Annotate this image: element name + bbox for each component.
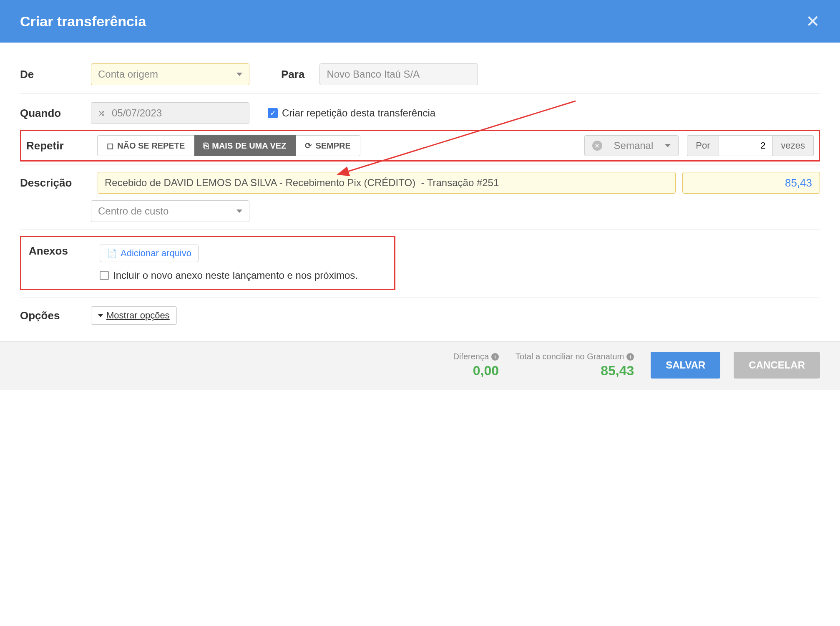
copy-icon: ⎘ bbox=[204, 141, 209, 151]
show-options-button[interactable]: Mostrar opções bbox=[91, 306, 177, 325]
date-value: 05/07/2023 bbox=[112, 107, 242, 119]
label-repetir: Repetir bbox=[26, 139, 97, 152]
vezes-suffix: vezes bbox=[773, 135, 814, 156]
chevron-down-icon bbox=[665, 144, 671, 147]
repeat-none-button[interactable]: ◻ NÃO SE REPETE bbox=[97, 135, 194, 156]
modal-title: Criar transferência bbox=[20, 13, 146, 30]
row-when: Quando ⤨ 05/07/2023 ✓ Criar repetição de… bbox=[20, 94, 820, 127]
label-opcoes: Opções bbox=[20, 309, 91, 322]
repeat-checkbox-wrap[interactable]: ✓ Criar repetição desta transferência bbox=[268, 107, 435, 119]
description-input[interactable] bbox=[105, 177, 669, 189]
row-repeat: Repetir ◻ NÃO SE REPETE ⎘ MAIS DE UMA VE… bbox=[26, 135, 814, 156]
label-de: De bbox=[20, 68, 91, 81]
cost-center-select[interactable]: Centro de custo bbox=[91, 200, 249, 222]
cancel-button[interactable]: CANCELAR bbox=[734, 352, 820, 379]
close-icon[interactable]: ✕ bbox=[806, 12, 820, 31]
label-descricao: Descrição bbox=[20, 177, 91, 189]
description-input-wrap[interactable] bbox=[98, 172, 676, 194]
times-input-group: Por vezes bbox=[687, 135, 814, 156]
label-anexos: Anexos bbox=[29, 245, 100, 257]
chevron-down-icon bbox=[98, 314, 103, 317]
amount-input[interactable] bbox=[682, 172, 820, 194]
attachments-highlight-box: Anexos 📄 Adicionar arquivo Incluir o nov… bbox=[20, 236, 395, 290]
checkbox-checked-icon: ✓ bbox=[268, 108, 278, 118]
total-value: 85,43 bbox=[516, 363, 634, 379]
repeat-always-button[interactable]: ⟳ SEMPRE bbox=[296, 135, 360, 156]
source-account-select[interactable]: Conta origem bbox=[91, 63, 249, 85]
create-transfer-modal: Criar transferência ✕ De Conta origem Pa… bbox=[0, 0, 840, 390]
shuffle-icon: ⤨ bbox=[98, 108, 105, 118]
file-icon: 📄 bbox=[107, 248, 117, 258]
row-options: Opções Mostrar opções bbox=[20, 298, 820, 333]
add-file-button[interactable]: 📄 Adicionar arquivo bbox=[100, 245, 199, 262]
difference-value: 0,00 bbox=[453, 363, 499, 379]
frequency-value: Semanal bbox=[614, 140, 654, 151]
modal-header: Criar transferência ✕ bbox=[0, 0, 840, 43]
label-quando: Quando bbox=[20, 107, 91, 120]
difference-stat: Diferença i 0,00 bbox=[453, 352, 499, 379]
times-input[interactable] bbox=[719, 135, 773, 156]
repeat-multi-button[interactable]: ⎘ MAIS DE UMA VEZ bbox=[194, 135, 296, 156]
date-input[interactable]: ⤨ 05/07/2023 bbox=[91, 102, 249, 124]
chevron-down-icon bbox=[236, 73, 242, 76]
repeat-segmented-control: ◻ NÃO SE REPETE ⎘ MAIS DE UMA VEZ ⟳ SEMP… bbox=[97, 135, 360, 156]
repeat-highlight-box: Repetir ◻ NÃO SE REPETE ⎘ MAIS DE UMA VE… bbox=[20, 130, 820, 162]
checkbox-unchecked-icon bbox=[100, 271, 109, 280]
info-icon[interactable]: i bbox=[626, 353, 634, 361]
modal-body: De Conta origem Para Novo Banco Itaú S/A… bbox=[0, 43, 840, 341]
modal-footer: Diferença i 0,00 Total a conciliar no Gr… bbox=[0, 341, 840, 390]
frequency-select[interactable]: ✕ Semanal bbox=[584, 135, 679, 156]
por-prefix: Por bbox=[687, 135, 718, 156]
info-icon[interactable]: i bbox=[491, 353, 499, 361]
chevron-down-icon bbox=[236, 210, 242, 213]
row-description: Descrição Centro de custo bbox=[20, 164, 820, 230]
row-accounts: De Conta origem Para Novo Banco Itaú S/A bbox=[20, 55, 820, 94]
destination-account-value: Novo Banco Itaú S/A bbox=[327, 68, 420, 80]
repeat-checkbox-label: Criar repetição desta transferência bbox=[282, 107, 435, 119]
label-para: Para bbox=[281, 68, 304, 81]
destination-account-select[interactable]: Novo Banco Itaú S/A bbox=[319, 63, 478, 85]
source-account-placeholder: Conta origem bbox=[98, 68, 158, 80]
include-attachment-checkbox[interactable]: Incluir o novo anexo neste lançamento e … bbox=[100, 270, 358, 281]
cost-center-placeholder: Centro de custo bbox=[98, 205, 169, 217]
file-icon: ◻ bbox=[107, 141, 114, 151]
clear-icon[interactable]: ✕ bbox=[592, 141, 602, 151]
save-button[interactable]: SALVAR bbox=[651, 352, 720, 379]
total-stat: Total a conciliar no Granatum i 85,43 bbox=[516, 352, 634, 379]
refresh-icon: ⟳ bbox=[305, 141, 312, 151]
